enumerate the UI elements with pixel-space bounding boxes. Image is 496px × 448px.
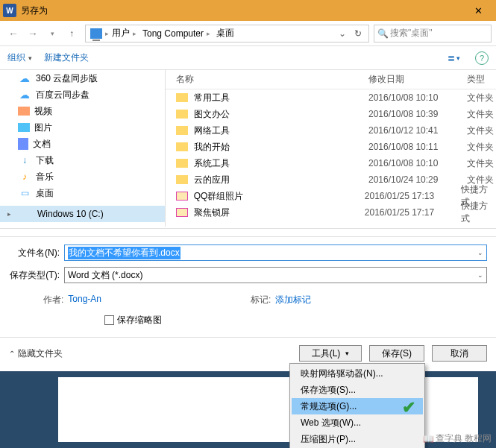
tree-item-360cloud[interactable]: ☁360 云盘同步版	[0, 70, 165, 86]
file-date: 2016/10/12 10:41	[368, 125, 467, 136]
pictures-icon	[18, 123, 30, 132]
recent-dropdown-icon[interactable]: ▾	[43, 25, 61, 42]
menu-item-compress-pictures[interactable]: 压缩图片(P)...	[292, 431, 423, 447]
filetype-select[interactable]: Word 文档 (*.docx) ⌄	[64, 267, 487, 283]
cloud-icon: ☁	[18, 89, 31, 101]
chevron-down-icon[interactable]: ⌄	[477, 249, 483, 256]
address-dropdown-icon[interactable]: ⌄	[336, 28, 349, 39]
chevron-right-icon[interactable]: ▸	[133, 30, 136, 37]
breadcrumb-item[interactable]: Tong Computer ▸	[139, 25, 213, 42]
breadcrumb-label: 桌面	[216, 27, 234, 40]
nav-bar: ← → ▾ ↑ ▸ 用户 ▸ Tong Computer ▸ 桌面 ⌄ ↻ 🔍 …	[0, 21, 496, 46]
col-date[interactable]: 修改日期	[368, 73, 467, 86]
file-date: 2016/10/08 10:10	[368, 92, 467, 103]
tools-menu: 映射网络驱动器(N)... 保存选项(S)... 常规选项(G)...✔ Web…	[289, 363, 425, 448]
folder-icon	[176, 142, 188, 151]
search-icon: 🔍	[377, 28, 389, 39]
tools-button[interactable]: 工具(L) ▾	[299, 345, 362, 362]
cancel-button[interactable]: 取消	[432, 345, 487, 362]
tree-label: 桌面	[36, 187, 54, 200]
file-row[interactable]: 我的开始2016/10/08 10:11文件夹	[166, 139, 496, 155]
save-button[interactable]: 保存(S)	[369, 345, 424, 362]
tree-item-pictures[interactable]: 图片	[0, 119, 165, 136]
file-name: 常用工具	[194, 92, 368, 104]
file-row[interactable]: 常用工具2016/10/08 10:10文件夹	[166, 89, 496, 106]
file-row[interactable]: 网络工具2016/10/12 10:41文件夹	[166, 122, 496, 139]
tree-item-downloads[interactable]: ↓下载	[0, 152, 165, 168]
folder-icon	[176, 110, 188, 119]
watermark: 📖 查字典 教程网	[423, 432, 492, 445]
search-placeholder: 搜索"桌面"	[390, 27, 488, 40]
tree-label: 360 云盘同步版	[36, 72, 98, 85]
tree-item-music[interactable]: ♪音乐	[0, 168, 165, 185]
tree-item-drive-c[interactable]: ▸Windows 10 (C:)	[0, 206, 165, 222]
download-icon: ↓	[18, 154, 31, 166]
tags-value[interactable]: 添加标记	[275, 294, 311, 306]
help-icon[interactable]: ?	[475, 51, 489, 65]
video-icon	[18, 107, 30, 116]
close-icon[interactable]: ✕	[463, 0, 493, 21]
file-row[interactable]: QQ群组照片2016/01/25 17:13快捷方式	[166, 188, 496, 204]
file-type: 文件夹	[467, 92, 494, 104]
tree-label: 百度云同步盘	[36, 89, 90, 101]
tree-item-video[interactable]: 视频	[0, 103, 165, 119]
file-date: 2016/10/08 10:39	[368, 109, 467, 119]
hide-folders-button[interactable]: ⌃ 隐藏文件夹	[9, 347, 63, 360]
chevron-down-icon: ▾	[28, 54, 32, 62]
column-headers: 名称 修改日期 类型	[166, 70, 496, 89]
file-name: 聚焦锁屏	[194, 206, 365, 219]
folder-icon	[176, 192, 188, 201]
pc-icon	[90, 28, 102, 39]
breadcrumb-item[interactable]: 桌面	[213, 25, 237, 42]
tree-item-documents[interactable]: 文档	[0, 136, 165, 152]
breadcrumb-item[interactable]: 用户 ▸	[109, 25, 139, 42]
author-value[interactable]: Tong-An	[68, 294, 101, 306]
tree-label: Windows 10 (C:)	[37, 209, 104, 219]
tree-item-baidu[interactable]: ☁百度云同步盘	[0, 86, 165, 103]
breadcrumb-label: 用户	[112, 27, 130, 40]
file-date: 2016/01/25 17:17	[365, 207, 461, 218]
new-folder-button[interactable]: 新建文件夹	[44, 51, 89, 64]
organize-button[interactable]: 组织 ▾	[7, 51, 32, 64]
filename-label: 文件名(N):	[9, 247, 64, 259]
tree-item-desktop[interactable]: ▭桌面	[0, 185, 165, 201]
thumbnail-checkbox[interactable]	[104, 315, 114, 325]
chevron-down-icon: ▾	[345, 350, 349, 357]
file-row[interactable]: 系统工具2016/10/08 10:10文件夹	[166, 155, 496, 171]
chevron-right-icon[interactable]: ▸	[207, 30, 210, 37]
back-icon[interactable]: ←	[4, 25, 22, 42]
file-row[interactable]: 云的应用2016/10/24 10:29文件夹	[166, 171, 496, 188]
file-row[interactable]: 聚焦锁屏2016/01/25 17:17快捷方式	[166, 204, 496, 221]
filename-input[interactable]: 我的文档不希望你看到.docx ⌄	[64, 244, 487, 261]
tree-label: 下载	[36, 154, 54, 167]
file-row[interactable]: 图文办公2016/10/08 10:39文件夹	[166, 106, 496, 122]
thumbnail-label: 保存缩略图	[117, 314, 162, 326]
menu-item-save-options[interactable]: 保存选项(S)...	[292, 382, 423, 398]
desktop-icon: ▭	[18, 187, 31, 199]
breadcrumb-label: Tong Computer	[142, 28, 204, 39]
up-icon[interactable]: ↑	[63, 25, 81, 42]
search-input[interactable]: 🔍 搜索"桌面"	[374, 25, 492, 42]
chevron-down-icon[interactable]: ⌄	[477, 271, 483, 279]
menu-item-map-drive[interactable]: 映射网络驱动器(N)...	[292, 365, 423, 382]
menu-item-label: 常规选项(G)...	[301, 400, 357, 413]
address-bar[interactable]: ▸ 用户 ▸ Tong Computer ▸ 桌面 ⌄ ↻	[85, 25, 369, 42]
view-options-button[interactable]: ≣ ▾	[445, 51, 463, 65]
chevron-up-icon: ⌃	[9, 350, 15, 358]
col-name[interactable]: 名称	[176, 73, 368, 86]
watermark-icon: 📖	[423, 434, 434, 444]
hide-folders-label: 隐藏文件夹	[18, 347, 63, 360]
music-icon: ♪	[18, 171, 31, 183]
refresh-icon[interactable]: ↻	[349, 25, 367, 42]
window-title: 另存为	[21, 4, 463, 17]
col-type[interactable]: 类型	[467, 73, 485, 86]
menu-item-general-options[interactable]: 常规选项(G)...✔	[292, 398, 423, 414]
tree-label: 图片	[34, 122, 52, 134]
expand-icon[interactable]: ▸	[7, 210, 16, 218]
file-name: QQ群组照片	[194, 190, 365, 203]
organize-label: 组织	[7, 51, 25, 64]
document-icon	[18, 138, 28, 150]
save-fields: 文件名(N): 我的文档不希望你看到.docx ⌄ 保存类型(T): Word …	[0, 236, 496, 337]
file-name: 云的应用	[194, 174, 368, 186]
cloud-icon: ☁	[18, 72, 31, 84]
